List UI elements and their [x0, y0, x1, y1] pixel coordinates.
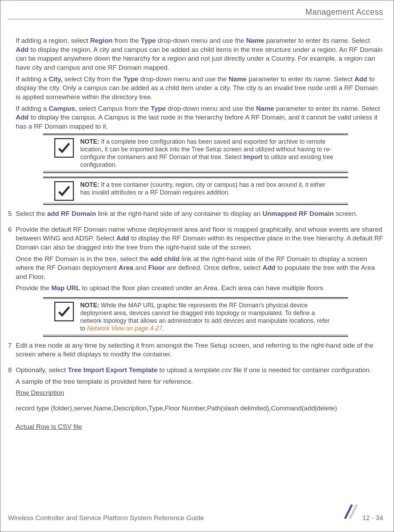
brand-slash-icon: [342, 503, 359, 523]
main-content: If adding a region, select Region from t…: [8, 36, 383, 434]
note-rule: [43, 203, 348, 203]
step-5: 5 Select the add RF Domain link at the r…: [8, 209, 383, 221]
step-number: 8: [8, 366, 16, 434]
note-box-1: NOTE: If a complete tree configuration h…: [43, 134, 348, 173]
note-rule: [43, 336, 348, 337]
term-map-url: Map URL: [51, 284, 80, 292]
step-number: 7: [8, 341, 16, 361]
record-type-line: record type (folder),server,Name,Descrip…: [16, 404, 383, 413]
note-rule: [43, 204, 348, 205]
term-name-3: Name: [256, 105, 274, 112]
term-add-1: Add: [16, 46, 29, 53]
step-number: 5: [8, 209, 16, 221]
paragraph-campus: If adding a Campus, select Campus from t…: [16, 104, 383, 131]
term-add-5: Add: [262, 264, 275, 271]
row-description-heading: Row Description: [16, 389, 64, 396]
term-add-3: Add: [16, 114, 29, 121]
term-add-2: Add: [354, 75, 367, 83]
term-type-3: Type: [151, 105, 166, 112]
term-campus: Campus: [49, 105, 75, 112]
header-rule: [8, 19, 383, 19]
note-rule: [43, 178, 348, 178]
term-add-rf-domain: add RF Domain: [47, 210, 96, 217]
page-number: 12 - 34: [362, 513, 383, 523]
term-type-2: Type: [123, 75, 138, 83]
term-add-4: Add: [116, 234, 129, 242]
note-box-2: NOTE: If a tree container (country, regi…: [43, 177, 348, 205]
note-rule: [43, 135, 348, 135]
step-8: 8 Optionally, select Tree Import Export …: [8, 366, 383, 434]
footer-guide-title: Wireless Controller and Service Platform…: [8, 513, 204, 523]
step-6: 6 Provide the default RF Domain name who…: [8, 225, 383, 295]
cross-reference-link[interactable]: Network View on page 4-27: [87, 325, 162, 332]
page-footer: Wireless Controller and Service Platform…: [8, 503, 383, 523]
note-box-3: NOTE: While the MAP URL graphic file rep…: [43, 297, 348, 337]
note-rule: [43, 134, 348, 135]
step-number: 6: [8, 225, 16, 295]
note-rule: [43, 335, 348, 335]
filename: template.csv: [194, 366, 231, 374]
checkmark-icon: [54, 302, 74, 321]
note-rule: [43, 297, 348, 298]
document-page: Management Access If adding a region, se…: [0, 0, 394, 532]
term-region: Region: [90, 37, 112, 44]
term-name-1: Name: [246, 37, 264, 44]
note-rule: [43, 299, 348, 299]
note-text-1: NOTE: If a complete tree configuration h…: [80, 138, 348, 169]
actual-row-heading: Actual Row is CSV file: [16, 423, 82, 430]
checkmark-icon: [54, 181, 74, 201]
section-header: Management Access: [8, 7, 383, 18]
intro-block: If adding a region, select Region from t…: [8, 36, 383, 131]
term-city: City,: [49, 75, 63, 83]
term-add-child: add child: [150, 255, 179, 262]
paragraph-region: If adding a region, select Region from t…: [16, 36, 383, 72]
checkmark-icon: [54, 138, 74, 158]
term-name-2: Name: [229, 75, 247, 83]
step-body: Optionally, select Tree Import Export Te…: [16, 366, 383, 434]
step-body: Select the add RF Domain link at the rig…: [16, 209, 383, 221]
term-type-1: Type: [141, 37, 156, 44]
term-floor: Floor: [148, 264, 165, 271]
term-unmapped-rf-domain: Unmapped RF Domain: [262, 210, 334, 217]
term-tree-import-export: Tree Import Export Template: [68, 366, 158, 374]
note-rule: [43, 172, 348, 173]
term-area: Area: [119, 264, 133, 271]
note-text-3: NOTE: While the MAP URL graphic file rep…: [80, 302, 348, 333]
note-text-2: NOTE: If a tree container (country, regi…: [80, 181, 348, 197]
term-import: Import: [243, 154, 262, 161]
step-body: Edit a tree node at any time by selectin…: [16, 341, 383, 361]
paragraph-city: If adding a City, select City from the T…: [16, 75, 383, 102]
note-rule: [43, 171, 348, 171]
step-body: Provide the default RF Domain name whose…: [16, 225, 383, 295]
note-rule: [43, 177, 348, 178]
step-7: 7 Edit a tree node at any time by select…: [8, 341, 383, 361]
